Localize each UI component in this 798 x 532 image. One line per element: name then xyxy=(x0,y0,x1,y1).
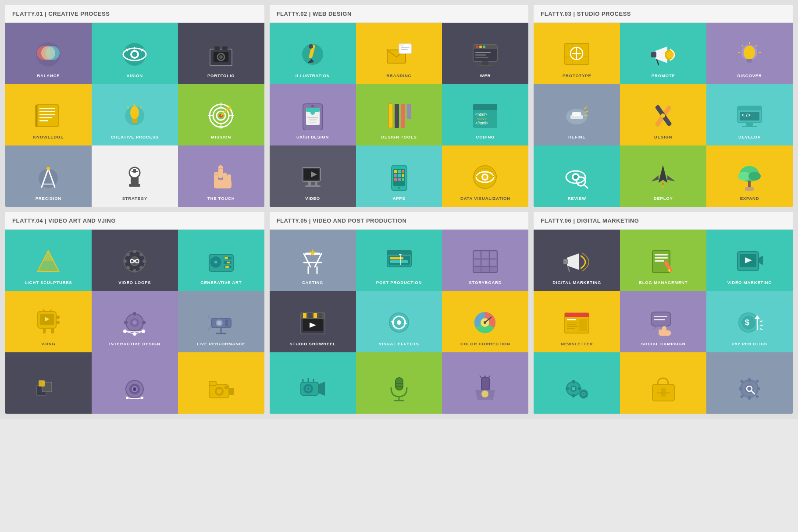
svg-rect-362 xyxy=(578,387,581,390)
cell-precision[interactable]: PRECISION xyxy=(5,145,92,207)
svg-rect-109 xyxy=(305,185,321,187)
svg-rect-338 xyxy=(567,322,578,323)
label-design: DESIGN xyxy=(654,135,672,139)
cell-pay-per-click[interactable]: $ PAY PER CLICK xyxy=(706,291,793,352)
label-social-campaign: SOCIAL CAMPAIGN xyxy=(641,341,685,346)
cell-video-loops[interactable]: VIDEO LOOPS xyxy=(92,230,178,291)
cell-digital-marketing[interactable]: DIGITAL MARKETING xyxy=(534,230,620,291)
cell-live-performance[interactable]: LIVE PERFORMANCE xyxy=(178,291,264,352)
cell-discover[interactable]: DISCOVER xyxy=(706,23,793,84)
cell-dm-b2[interactable] xyxy=(620,352,706,414)
svg-point-254 xyxy=(217,389,222,394)
cell-strategy[interactable]: STRATEGY xyxy=(92,145,178,207)
svg-point-250 xyxy=(126,397,128,399)
cell-color-correction[interactable]: COLOR CORRECTION xyxy=(442,291,528,352)
cell-refine[interactable]: REFINE xyxy=(534,84,620,145)
svg-point-17 xyxy=(219,55,223,59)
svg-point-203 xyxy=(214,261,217,263)
cell-promote[interactable]: PROMOTE xyxy=(620,23,706,84)
svg-rect-14 xyxy=(214,46,220,50)
section-flatty04: FLATTY.04 | VIDEO ART AND VJING xyxy=(5,212,264,414)
cell-casting[interactable]: CASTING xyxy=(270,230,356,291)
cell-dm-b3[interactable] xyxy=(706,352,793,414)
cell-web[interactable]: WEB xyxy=(442,23,528,84)
svg-rect-326 xyxy=(655,257,668,259)
cell-post-production[interactable]: POST PRODUCTION xyxy=(356,230,442,291)
live-performance-icon xyxy=(206,307,236,338)
cell-deploy[interactable]: DEPLOY xyxy=(620,145,706,207)
cell-vision[interactable]: VISION xyxy=(92,23,178,84)
svg-rect-163 xyxy=(737,109,762,110)
svg-line-355 xyxy=(760,321,762,322)
label-creative-process: CREATIVE PROCESS xyxy=(111,135,159,139)
svg-rect-119 xyxy=(398,174,401,177)
cell-branding[interactable]: BRANDING xyxy=(356,23,442,84)
label-light-sculptures: LIGHT SCULPTURES xyxy=(25,280,72,285)
cell-dm-b1[interactable] xyxy=(534,352,620,414)
label-generative-art: GENERATIVE ART xyxy=(200,280,242,285)
cell-vj-b1[interactable] xyxy=(5,352,92,414)
cell-blog-management[interactable]: BLOG MANAGEMENT xyxy=(620,230,706,291)
cell-pp-b1[interactable] xyxy=(270,352,356,414)
cell-coding[interactable]: <html> <div> </html> CODING xyxy=(442,84,528,145)
svg-point-180 xyxy=(738,172,750,181)
label-casting: CASTING xyxy=(302,280,323,285)
cell-vj-b2[interactable] xyxy=(92,352,178,414)
section-flatty06: FLATTY.06 | DIGITAL MARKETING xyxy=(534,212,793,414)
cell-apps[interactable]: APPS xyxy=(356,145,442,207)
cell-generative-art[interactable]: GENERATIVE ART xyxy=(178,230,264,291)
label-coding: CODING xyxy=(476,135,495,139)
refine-icon xyxy=(562,100,592,131)
cell-newsletter[interactable]: NEWSLETTER xyxy=(534,291,620,352)
svg-rect-325 xyxy=(655,254,668,255)
cell-expand[interactable]: EXPAND xyxy=(706,145,793,207)
cell-prototype[interactable]: PROTOTYPE xyxy=(534,23,620,84)
svg-rect-117 xyxy=(402,170,404,173)
cell-data-viz[interactable]: DATA VISUALIZATION xyxy=(442,145,528,207)
cell-portfolio[interactable]: PORTFOLIO xyxy=(178,23,264,84)
cell-light-sculptures[interactable]: LIGHT SCULPTURES xyxy=(5,230,92,291)
branding-icon xyxy=(384,39,414,70)
label-touch: THE TOUCH xyxy=(207,196,235,201)
cell-creative-process[interactable]: CREATIVE PROCESS xyxy=(92,84,178,145)
cell-mission[interactable]: MISSION xyxy=(178,84,264,145)
label-web: WEB xyxy=(480,73,491,78)
cell-social-campaign[interactable]: SOCIAL CAMPAIGN xyxy=(620,291,706,352)
casting-icon xyxy=(297,246,328,277)
cell-video[interactable]: VIDEO xyxy=(270,145,356,207)
svg-rect-213 xyxy=(51,328,54,333)
label-newsletter: NEWSLETTER xyxy=(561,341,593,346)
label-color-correction: COLOR CORRECTION xyxy=(460,341,510,346)
cell-touch[interactable]: THE TOUCH xyxy=(178,145,264,207)
cell-review[interactable]: REVIEW xyxy=(534,145,620,207)
svg-rect-379 xyxy=(755,394,759,398)
svg-rect-108 xyxy=(315,181,317,186)
cell-video-marketing[interactable]: VIDEO MARKETING xyxy=(706,230,793,291)
cell-storyboard[interactable]: STORYBOARD xyxy=(442,230,528,291)
cell-knowledge[interactable]: KNOWLEDGE xyxy=(5,84,92,145)
svg-point-199 xyxy=(139,266,143,270)
cell-pp-b3[interactable] xyxy=(442,352,528,414)
label-strategy: STRATEGY xyxy=(122,196,147,201)
label-video-loops: VIDEO LOOPS xyxy=(118,280,151,285)
label-refine: REFINE xyxy=(568,135,586,139)
svg-point-197 xyxy=(139,253,143,256)
svg-point-195 xyxy=(142,259,146,263)
cell-design-tools[interactable]: DESIGN TOOLS xyxy=(356,84,442,145)
cell-vjing[interactable]: VJING xyxy=(5,291,92,352)
cell-illustration[interactable]: ILLUSTRATION xyxy=(270,23,356,84)
svg-point-305 xyxy=(307,387,310,390)
promote-icon xyxy=(648,39,679,70)
cell-design[interactable]: DESIGN xyxy=(620,84,706,145)
svg-point-63 xyxy=(309,44,313,49)
cell-develop[interactable]: < /> DEVELOP xyxy=(706,84,793,145)
svg-rect-90 xyxy=(310,122,316,123)
cell-studio-showreel[interactable]: STUDIO SHOWREEL xyxy=(270,291,356,352)
cell-vj-b3[interactable] xyxy=(178,352,264,414)
cell-interactive-design[interactable]: INTERACTIVE DESIGN xyxy=(92,291,178,352)
cell-balance[interactable]: BALANCE xyxy=(5,23,92,84)
cell-pp-b2[interactable] xyxy=(356,352,442,414)
cell-visual-effects[interactable]: VISUAL EFFECTS xyxy=(356,291,442,352)
cell-uxui[interactable]: UX/UI DESIGN xyxy=(270,84,356,145)
svg-line-149 xyxy=(742,45,743,46)
